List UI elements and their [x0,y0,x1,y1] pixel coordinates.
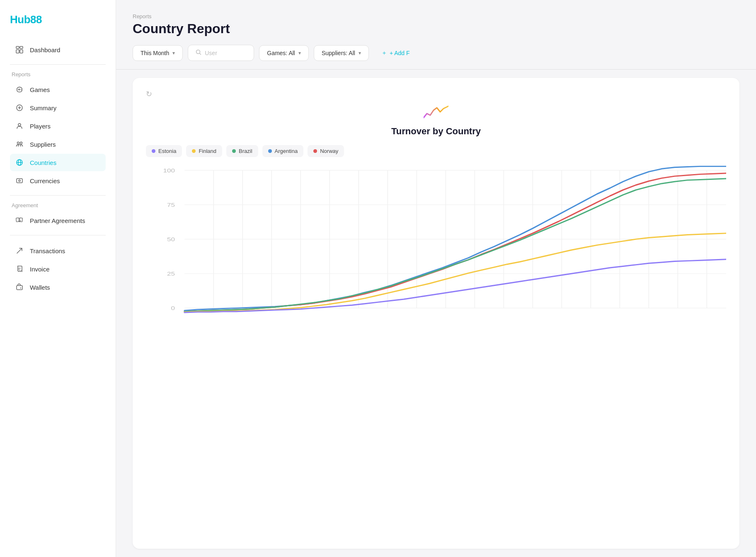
summary-icon [15,103,24,112]
sidebar-invoice-label: Invoice [30,266,50,273]
divider-3 [10,235,106,235]
sidebar-item-dashboard[interactable]: Dashboard [10,41,106,58]
plus-icon: ＋ [381,49,387,57]
sidebar-dashboard-label: Dashboard [30,46,60,53]
search-placeholder: User [205,50,217,56]
divider-1 [10,64,106,65]
svg-rect-13 [17,179,22,183]
chart-area: 100 75 50 25 0 [146,165,726,323]
chevron-down-icon: ▾ [172,50,175,56]
dashboard-icon [15,45,24,54]
user-search[interactable]: User [188,45,254,61]
header-separator [116,69,756,70]
add-filter-button[interactable]: ＋ + Add F [374,45,417,61]
svg-point-14 [19,180,20,182]
sidebar-item-summary[interactable]: Summary [10,99,106,116]
sidebar-item-invoice[interactable]: Invoice [10,260,106,278]
line-finland [184,233,726,312]
svg-point-8 [17,142,19,144]
legend-dot-estonia [152,149,155,153]
svg-rect-3 [20,50,23,53]
legend-label-brazil: Brazil [239,148,252,154]
chart-wave-icon [424,105,448,124]
legend-dot-argentina [268,149,272,153]
page-title: Country Report [133,21,739,36]
legend-item-estonia[interactable]: Estonia [146,145,182,157]
svg-rect-1 [20,46,23,48]
svg-rect-0 [16,46,19,48]
svg-text:75: 75 [167,202,175,208]
svg-point-7 [18,124,21,126]
sidebar-suppliers-label: Suppliers [30,141,56,148]
svg-rect-2 [16,50,19,53]
svg-text:25: 25 [167,271,175,277]
legend-label-finland: Finland [199,148,216,154]
suppliers-filter-label: Suppliers: All [322,50,355,56]
sidebar-item-suppliers[interactable]: Suppliers [10,136,106,153]
period-filter[interactable]: This Month ▾ [133,45,183,61]
sidebar-summary-label: Summary [30,104,56,111]
logo-text: Hub88 [10,13,42,26]
main-content: Reports Country Report This Month ▾ User… [116,0,756,557]
legend-item-norway[interactable]: Norway [308,145,344,157]
chart-legend: Estonia Finland Brazil Argentina Norway [146,145,726,157]
search-icon [196,49,201,56]
svg-text:50: 50 [167,236,175,242]
sidebar-item-players[interactable]: Players [10,117,106,135]
games-filter[interactable]: Games: All ▾ [259,45,309,61]
sidebar-countries-label: Countries [30,159,56,166]
sidebar-item-countries[interactable]: Countries [10,154,106,171]
sidebar-item-wallets[interactable]: Wallets [10,278,106,296]
logo-rest: ub88 [17,13,42,26]
legend-dot-norway [313,149,317,153]
filters-bar: This Month ▾ User Games: All ▾ Suppliers… [133,45,739,61]
agreement-section-label: Agreement [10,202,106,208]
transactions-icon [15,246,24,255]
page-header: Reports Country Report This Month ▾ User… [116,0,756,69]
sidebar-item-games[interactable]: Games [10,81,106,98]
sidebar-item-currencies[interactable]: Currencies [10,172,106,189]
sidebar-players-label: Players [30,123,51,130]
sidebar: Hub88 Dashboard Reports Games [0,0,116,557]
sidebar-currencies-label: Currencies [30,177,60,184]
chevron-down-icon-3: ▾ [359,50,361,56]
svg-text:100: 100 [163,167,175,174]
sidebar-item-transactions[interactable]: Transactions [10,242,106,259]
svg-point-5 [21,90,22,90]
legend-dot-finland [192,149,196,153]
wallets-icon [15,283,24,292]
chart-header: ↻ [146,90,726,99]
svg-text:0: 0 [171,305,175,311]
refresh-icon[interactable]: ↻ [146,90,152,99]
legend-label-estonia: Estonia [158,148,176,154]
reports-section-label: Reports [10,71,106,77]
chart-card: ↻ Turnover by Country [133,78,739,549]
sidebar-games-label: Games [30,86,50,93]
add-filter-label: + Add F [390,50,410,56]
logo-h: H [10,13,17,26]
currencies-icon [15,176,24,185]
legend-item-argentina[interactable]: Argentina [262,145,304,157]
breadcrumb: Reports [133,13,739,19]
legend-item-finland[interactable]: Finland [186,145,222,157]
chevron-down-icon-2: ▾ [298,50,301,56]
legend-label-norway: Norway [320,148,338,154]
invoice-icon [15,264,24,274]
legend-dot-brazil [232,149,236,153]
legend-item-brazil[interactable]: Brazil [226,145,258,157]
players-icon [15,121,24,131]
chart-title: Turnover by Country [391,126,481,137]
sidebar-item-partner-agreements[interactable]: Partner Agreements [10,212,106,229]
suppliers-filter[interactable]: Suppliers: All ▾ [314,45,369,61]
legend-label-argentina: Argentina [275,148,298,154]
suppliers-icon [15,140,24,149]
sidebar-wallets-label: Wallets [30,284,50,291]
svg-point-4 [20,89,21,90]
sidebar-partner-agreements-label: Partner Agreements [30,217,85,224]
games-filter-label: Games: All [267,50,295,56]
svg-point-9 [20,142,22,144]
period-label: This Month [141,50,169,56]
line-chart: 100 75 50 25 0 [146,165,726,323]
countries-icon [15,158,24,167]
logo: Hub88 [10,13,106,26]
